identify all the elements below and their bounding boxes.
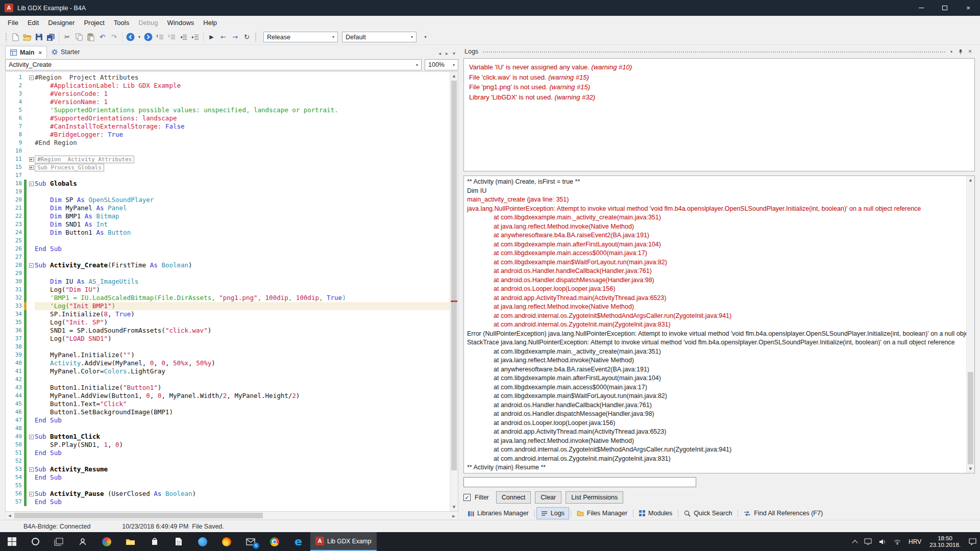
code-line[interactable]: 25	[6, 237, 450, 245]
run-button[interactable]: ▶	[206, 31, 217, 43]
navigate-menu-button[interactable]: ▾	[136, 31, 142, 43]
save-all-button[interactable]	[45, 31, 57, 43]
log-vertical-scrollbar[interactable]: ▲ ▼	[966, 176, 974, 473]
copy-button[interactable]	[73, 31, 85, 43]
taskbar-active-app-b4a[interactable]: A Lib GDX Example -	[310, 532, 377, 551]
code-line[interactable]: 2 #ApplicationLabel: Lib GDX Example	[6, 82, 450, 90]
code-line[interactable]: 34 SP.Initialize(8, True)	[6, 310, 450, 318]
menu-file[interactable]: File	[3, 17, 23, 29]
member-select[interactable]: Activity_Create ▾	[5, 59, 422, 70]
taskbar-app-document[interactable]	[166, 532, 190, 551]
collapse-icon[interactable]: -	[29, 182, 34, 186]
code-line[interactable]: 54End Sub	[6, 473, 450, 482]
start-button[interactable]	[0, 532, 23, 551]
tray-speaker-icon[interactable]	[875, 532, 890, 551]
code-line[interactable]: 18-Sub Globals	[6, 180, 450, 188]
tray-device-icon[interactable]	[861, 532, 875, 551]
code-line[interactable]: 28-Sub Activity_Create(FirstTime As Bool…	[6, 261, 450, 269]
code-line[interactable]: 33 'Log("Init BMP1")	[6, 302, 450, 310]
code-line[interactable]: 1-#Region Project Attributes	[6, 73, 450, 82]
paste-button[interactable]	[85, 31, 96, 43]
code-line[interactable]: 5 'SupportedOrientations possible values…	[6, 106, 450, 114]
save-button[interactable]	[33, 31, 45, 43]
menu-help[interactable]: Help	[199, 17, 222, 29]
expand-icon[interactable]: +	[29, 165, 34, 170]
jump-forward-button[interactable]: →	[229, 31, 241, 43]
log-filter-input[interactable]	[463, 477, 696, 487]
code-line[interactable]: 4 #VersionName: 1	[6, 98, 450, 106]
collapsed-region[interactable]: #Region Activity Attributes	[35, 156, 134, 163]
code-line[interactable]: 55	[6, 482, 450, 490]
scroll-up-icon[interactable]: ▲	[450, 72, 458, 80]
code-line[interactable]: 44 MyPanel.AddView(Button1, 0, 0, MyPane…	[6, 392, 450, 400]
code-line[interactable]: 7 #CanInstallToExternalStorage: False	[6, 122, 450, 131]
collapse-icon[interactable]: -	[29, 435, 34, 439]
code-line[interactable]: 57End Sub	[6, 498, 450, 506]
menu-designer[interactable]: Designer	[43, 17, 79, 29]
indent-button[interactable]	[189, 31, 201, 43]
task-view-button[interactable]	[47, 532, 70, 551]
compiler-warning[interactable]: Library 'LibGDX' is not used. (warning #…	[469, 92, 969, 103]
search-button[interactable]	[23, 532, 47, 551]
menu-project[interactable]: Project	[79, 17, 109, 29]
build-configuration-select[interactable]: Release ▾	[263, 32, 338, 42]
tab-logs[interactable]: Logs	[536, 507, 569, 519]
taskbar-app-people[interactable]	[70, 532, 94, 551]
compiler-warning[interactable]: File 'click.wav' is not used. (warning #…	[469, 72, 969, 83]
taskbar-app-mail[interactable]: 6	[238, 532, 262, 551]
code-line[interactable]: 20 Dim SP As OpenSLSoundPlayer	[6, 196, 450, 204]
open-button[interactable]	[21, 31, 33, 43]
toolbar-grip[interactable]	[255, 33, 257, 42]
code-editor[interactable]: 1-#Region Project Attributes2 #Applicati…	[6, 72, 450, 511]
code-line[interactable]: 27	[6, 253, 450, 261]
menu-debug[interactable]: Debug	[134, 17, 162, 29]
code-line[interactable]: 30 Dim IU As AS_ImageUtils	[6, 278, 450, 286]
code-line[interactable]: 9#End Region	[6, 139, 450, 147]
code-line[interactable]: 32 'BMP1 = IU.LoadScaledBitmap(File.DirA…	[6, 294, 450, 302]
code-line[interactable]: 23 Dim SND1 As Int	[6, 220, 450, 229]
code-line[interactable]: 42	[6, 375, 450, 384]
scroll-up-icon[interactable]: ▲	[967, 176, 974, 184]
action-center-button[interactable]	[965, 532, 980, 551]
compiler-warning[interactable]: File 'png1.png' is not used. (warning #1…	[469, 82, 969, 92]
code-line[interactable]: 6 #SupportedOrientations: landscape	[6, 114, 450, 122]
code-line[interactable]: 29	[6, 269, 450, 278]
clock[interactable]: 18:50 23.10.2018.	[925, 535, 965, 548]
tab-main[interactable]: Main ×	[5, 46, 47, 58]
code-line[interactable]: 48	[6, 424, 450, 433]
code-line[interactable]: 52	[6, 457, 450, 465]
refresh-button[interactable]: ↻	[241, 31, 253, 43]
list-permissions-button[interactable]: List Permissions	[566, 491, 623, 504]
code-line[interactable]: 19	[6, 188, 450, 196]
code-line[interactable]: 17	[6, 171, 450, 180]
code-line[interactable]: 35 Log("Init. SP")	[6, 318, 450, 327]
close-icon[interactable]: ×	[968, 48, 972, 55]
editor-horizontal-scrollbar[interactable]: ◀ ▶	[5, 512, 458, 520]
code-line[interactable]: 21 Dim MyPanel As Panel	[6, 204, 450, 212]
expand-icon[interactable]: +	[29, 157, 34, 162]
collapse-icon[interactable]: -	[29, 76, 34, 80]
log-output[interactable]: ** Activity (main) Create, isFirst = tru…	[464, 176, 966, 473]
redo-button[interactable]: ↷	[108, 31, 120, 43]
taskbar-app-firefox[interactable]	[214, 532, 238, 551]
tab-close-icon[interactable]: ×	[38, 49, 41, 56]
code-line[interactable]: 40 Activity.AddView(MyPanel, 0, 0, 50%x,…	[6, 359, 450, 367]
filter-checkbox[interactable]: ✓	[463, 494, 471, 501]
code-line[interactable]: 47End Sub	[6, 416, 450, 424]
code-line[interactable]: 26End Sub	[6, 245, 450, 253]
code-line[interactable]: 50 SP.Play(SND1, 1, 0)	[6, 441, 450, 449]
tab-list-icon[interactable]: ▾	[453, 51, 455, 56]
code-line[interactable]: 46 Button1.SetBackgroundImage(BMP1)	[6, 408, 450, 416]
language-indicator[interactable]: HRV	[905, 532, 925, 551]
close-button[interactable]: ×	[957, 0, 980, 16]
taskbar-app-file-explorer[interactable]	[118, 532, 142, 551]
uncomment-button[interactable]	[166, 31, 178, 43]
toolbar-grip[interactable]	[5, 33, 8, 42]
build-profile-select[interactable]: Default ▾	[342, 32, 416, 42]
tab-libraries-manager[interactable]: Libraries Manager	[463, 508, 533, 519]
scrollbar-thumb[interactable]	[968, 372, 973, 464]
compiler-warning[interactable]: Variable 'IU' is never assigned any valu…	[469, 62, 969, 72]
code-line[interactable]: 56-Sub Activity_Pause (UserClosed As Boo…	[6, 490, 450, 498]
taskbar-app-media[interactable]	[94, 532, 118, 551]
code-line[interactable]: 38	[6, 343, 450, 351]
